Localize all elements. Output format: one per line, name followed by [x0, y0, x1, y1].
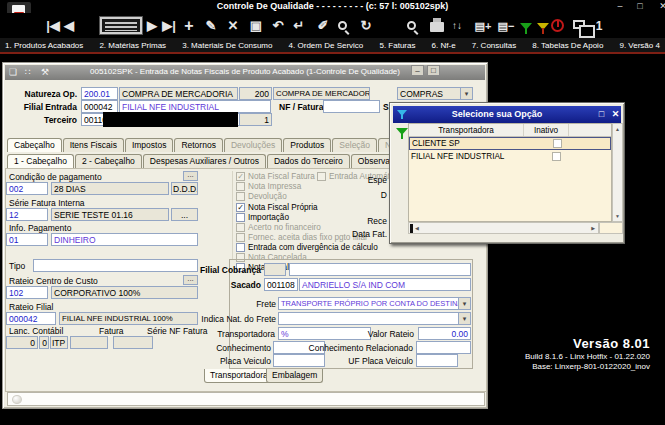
- checkbox[interactable]: ✓: [236, 203, 245, 212]
- grid-dots-icon[interactable]: ∷: [25, 67, 30, 77]
- subtab-1-cabecalho[interactable]: 1 - Cabeçalho: [7, 154, 74, 168]
- sub-tabs: 1 - Cabeçalho 2 - Cabeçalho Despesas Aux…: [7, 154, 446, 168]
- check-divergencia-calculo[interactable]: Entrada com divergência de cálculo: [236, 243, 378, 252]
- save-icon[interactable]: ▣: [248, 16, 264, 36]
- info-code-field[interactable]: 01: [6, 233, 48, 246]
- edit-icon[interactable]: ✎: [203, 16, 219, 36]
- nf-fatura-field[interactable]: [323, 100, 380, 113]
- inativo-checkbox[interactable]: [552, 152, 561, 161]
- vertical-scrollbar[interactable]: ▲ ▼: [612, 123, 623, 222]
- serie-fatura-code-field[interactable]: 12: [6, 208, 48, 221]
- grid-row-cliente-sp[interactable]: CLIENTE SP: [409, 137, 611, 150]
- maximize-button[interactable]: □: [632, 0, 648, 12]
- condicao-more-button[interactable]: ...: [183, 171, 198, 181]
- chevron-down-icon[interactable]: ▾: [460, 88, 472, 99]
- record-list-icon[interactable]: [100, 17, 142, 34]
- check-importacao[interactable]: Importação: [236, 213, 289, 222]
- placa-veiculo-field[interactable]: [273, 354, 325, 367]
- print-icon[interactable]: [430, 22, 444, 32]
- sacado-desc-field[interactable]: ANDRIELLO S/A IND COM: [299, 278, 471, 291]
- filter-green-icon[interactable]: [396, 128, 408, 135]
- column-transportadora[interactable]: Transportadora: [409, 124, 524, 136]
- previous-record-icon[interactable]: ◀: [62, 16, 76, 36]
- subtab-despesas[interactable]: Despesas Auxiliares / Outros: [143, 154, 266, 168]
- undo-icon[interactable]: ↶: [270, 16, 286, 36]
- column-inativo[interactable]: Inativo: [524, 124, 569, 136]
- inativo-checkbox[interactable]: [553, 139, 562, 148]
- rateio-cc-code-field[interactable]: 102: [6, 286, 48, 299]
- menu-consultas[interactable]: 7. Consultas: [472, 41, 516, 50]
- valor-rateio-field[interactable]: 0.00: [418, 327, 471, 340]
- refresh-icon[interactable]: ↻: [358, 16, 374, 36]
- horizontal-scrollbar[interactable]: ◀ ▶: [408, 222, 599, 234]
- checkbox[interactable]: [236, 213, 245, 222]
- tab-impostos[interactable]: Impostos: [125, 138, 174, 152]
- form-maximize-button[interactable]: □: [427, 65, 440, 76]
- row-label: CLIENTE SP: [412, 139, 460, 148]
- rateio-filial-code-field[interactable]: 000042: [6, 312, 56, 325]
- chevron-down-icon[interactable]: ▾: [458, 298, 470, 309]
- natureza-code-field[interactable]: 200.01: [81, 87, 118, 100]
- tab-cabecalho[interactable]: Cabeçalho: [7, 138, 62, 152]
- brush-icon[interactable]: ✐: [315, 16, 331, 36]
- chevron-down-icon[interactable]: ▾: [458, 313, 470, 324]
- info-desc-field[interactable]: DINHEIRO: [51, 233, 198, 246]
- form-minimize-button[interactable]: –: [411, 65, 424, 76]
- sort-icon[interactable]: ↑↓: [448, 16, 466, 36]
- filial-cobranca-desc-field[interactable]: [289, 263, 471, 276]
- preview-icon[interactable]: [407, 21, 416, 30]
- tab-produtos[interactable]: Produtos: [283, 138, 331, 152]
- subtab-dados-terceiro[interactable]: Dados do Terceiro: [267, 154, 350, 168]
- menu-produtos-acabados[interactable]: 1. Produtos Acabados: [5, 41, 83, 50]
- condicao-code-field[interactable]: 002: [6, 182, 48, 195]
- sacado-code-field[interactable]: 001108: [264, 278, 298, 291]
- tab-itens-fiscais[interactable]: Itens Fiscais: [63, 138, 124, 152]
- close-button[interactable]: ✕: [655, 0, 665, 12]
- minimize-button[interactable]: –: [612, 0, 628, 12]
- confirm-icon[interactable]: ↵: [291, 16, 307, 36]
- conhecimento-relacionado-field[interactable]: [416, 341, 471, 354]
- scroll-right-icon[interactable]: ▶: [591, 225, 595, 231]
- tipo-compra-dropdown[interactable]: COMPRAS▾: [397, 87, 473, 100]
- serie-more-button[interactable]: ...: [171, 208, 198, 221]
- tab-selecao: Seleção: [332, 138, 377, 152]
- delete-icon[interactable]: ✕: [225, 16, 241, 36]
- menu-versao4[interactable]: 9. Versão 4: [619, 41, 659, 50]
- scroll-down-icon[interactable]: ▼: [613, 213, 622, 219]
- transportadora-field[interactable]: %: [278, 327, 371, 340]
- grid-row-filial-nfe[interactable]: FILIAL NFE INDUSTRIAL: [409, 150, 611, 163]
- menu-tabelas-apoio[interactable]: 8. Tabelas De Apoio: [532, 41, 603, 50]
- add-detail-icon[interactable]: ▤+: [473, 16, 493, 36]
- filter-icon[interactable]: [520, 23, 532, 30]
- exit-icon[interactable]: [551, 19, 564, 32]
- last-record-icon[interactable]: ▶|: [160, 16, 178, 36]
- menu-faturas[interactable]: 5. Faturas: [379, 41, 415, 50]
- popup-close-button[interactable]: ✕: [609, 108, 622, 121]
- subtab-2-cabecalho[interactable]: 2 - Cabeçalho: [75, 154, 142, 168]
- add-icon[interactable]: +: [181, 16, 197, 36]
- scroll-left-icon[interactable]: ◀: [415, 225, 419, 231]
- rateio-cc-more-button[interactable]: ...: [183, 275, 198, 285]
- first-record-icon[interactable]: |◀: [44, 16, 62, 36]
- popup-maximize-button[interactable]: □: [595, 108, 608, 121]
- frete-dropdown[interactable]: TRANSPORTE PRÓPRIO POR CONTA DO DESTINAT…: [278, 297, 471, 310]
- search-icon[interactable]: [338, 21, 347, 30]
- filter-clear-icon[interactable]: [537, 23, 549, 30]
- bottom-tab-embalagem[interactable]: Embalagem: [266, 369, 323, 383]
- next-record-icon[interactable]: ▶: [145, 16, 159, 36]
- scroll-up-icon[interactable]: ▲: [613, 126, 622, 132]
- checkbox[interactable]: [236, 243, 245, 252]
- tab-retornos[interactable]: Retornos: [174, 138, 223, 152]
- window-restore-icon[interactable]: ❏: [9, 67, 17, 77]
- check-nota-fiscal-propria[interactable]: ✓Nota Fiscal Própria: [236, 203, 318, 212]
- menu-materias-primas[interactable]: 2. Matérias Primas: [99, 41, 166, 50]
- bottom-tab-transportadora[interactable]: Transportadora: [204, 369, 274, 383]
- monitors-icon[interactable]: [573, 20, 585, 29]
- uf-placa-field[interactable]: [416, 354, 458, 367]
- remove-detail-icon[interactable]: ▤−: [496, 16, 516, 36]
- menu-nfe[interactable]: 6. Nf-e: [432, 41, 456, 50]
- menu-ordem-servico[interactable]: 4. Ordem De Servico: [289, 41, 364, 50]
- menu-materiais-consumo[interactable]: 3. Materiais De Consumo: [182, 41, 272, 50]
- tipo-field[interactable]: [33, 259, 198, 272]
- indica-nat-frete-dropdown[interactable]: ▾: [278, 312, 471, 325]
